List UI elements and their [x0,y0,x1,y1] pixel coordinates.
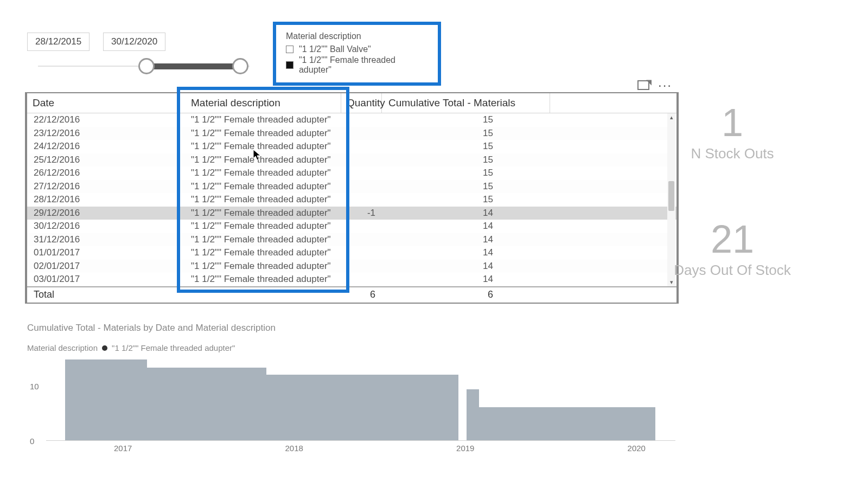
cell-cumulative: 15 [382,193,550,207]
legend-marker-icon [102,345,107,351]
slider-active-range [144,63,236,69]
cell-quantity [341,140,382,153]
cell-date: 24/12/2016 [27,140,179,153]
table-row[interactable]: 31/12/2016"1 1/2"" Female threaded adupt… [27,233,676,247]
cell-material: "1 1/2"" Female threaded adupter" [179,127,341,140]
cell-cumulative: 15 [382,153,550,167]
cell-date: 29/12/2016 [27,207,179,220]
table-total-row: Total 6 6 [27,286,676,303]
table-header-row: Date Material description Quantity Cumul… [27,93,676,113]
cell-cumulative: 15 [382,140,550,153]
cell-quantity [341,246,382,260]
checkbox-icon[interactable] [286,46,293,53]
material-description-slicer[interactable]: Material description "1 1/2"" Ball Valve… [273,22,441,86]
cell-date: 22/12/2016 [27,113,179,127]
table-row[interactable]: 28/12/2016"1 1/2"" Female threaded adupt… [27,193,676,207]
scroll-down-icon[interactable]: ▾ [667,278,675,286]
legend-field-label: Material description [27,343,98,352]
slicer-option-label: "1 1/2"" Female threaded adupter" [299,55,430,75]
cell-material: "1 1/2"" Female threaded adupter" [179,273,341,286]
cell-cumulative: 15 [382,180,550,194]
cell-date: 31/12/2016 [27,233,179,247]
cell-date: 27/12/2016 [27,180,179,194]
cell-quantity [341,260,382,273]
table-row[interactable]: 24/12/2016"1 1/2"" Female threaded adupt… [27,140,676,153]
cell-material: "1 1/2"" Female threaded adupter" [179,193,341,207]
table-row[interactable]: 03/01/2017"1 1/2"" Female threaded adupt… [27,273,676,286]
cell-material: "1 1/2"" Female threaded adupter" [179,113,341,127]
cell-cumulative: 14 [382,273,550,286]
scroll-thumb[interactable] [668,181,674,211]
cell-quantity [341,127,382,140]
table-body[interactable]: 22/12/2016"1 1/2"" Female threaded adupt… [27,113,676,286]
x-tick: 2020 [628,444,646,453]
cell-date: 01/01/2017 [27,246,179,260]
materials-table[interactable]: Date Material description Quantity Cumul… [25,92,679,304]
header-cumulative[interactable]: Cumulative Total - Materials [382,93,550,113]
cell-cumulative: 14 [382,260,550,273]
cell-quantity [341,233,382,247]
area-segment [266,375,449,441]
table-row[interactable]: 29/12/2016"1 1/2"" Female threaded adupt… [27,207,676,220]
x-tick: 2017 [114,444,132,453]
table-row[interactable]: 26/12/2016"1 1/2"" Female threaded adupt… [27,166,676,180]
cell-date: 25/12/2016 [27,153,179,167]
slicer-option-female-threaded-adapter[interactable]: "1 1/2"" Female threaded adupter" [286,55,430,75]
area-segment [449,375,458,441]
area-segment [147,368,266,441]
chart-plot-area[interactable]: 10 0 2017 2018 2019 2020 [46,357,675,441]
cell-quantity [341,193,382,207]
table-row[interactable]: 22/12/2016"1 1/2"" Female threaded adupt… [27,113,676,127]
slicer-option-ball-valve[interactable]: "1 1/2"" Ball Valve" [286,44,430,54]
cell-date: 23/12/2016 [27,127,179,140]
area-segment [479,407,655,441]
total-cumulative: 6 [382,287,550,303]
cell-material: "1 1/2"" Female threaded adupter" [179,246,341,260]
cell-cumulative: 14 [382,207,550,220]
table-row[interactable]: 02/01/2017"1 1/2"" Female threaded adupt… [27,260,676,273]
slider-handle-start[interactable] [138,58,155,74]
date-end[interactable]: 30/12/2020 [103,33,165,51]
table-row[interactable]: 01/01/2017"1 1/2"" Female threaded adupt… [27,246,676,260]
cell-material: "1 1/2"" Female threaded adupter" [179,207,341,220]
x-axis-ticks: 2017 2018 2019 2020 [114,444,646,453]
table-row[interactable]: 27/12/2016"1 1/2"" Female threaded adupt… [27,180,676,194]
cell-cumulative: 15 [382,166,550,180]
kpi-label: Days Out Of Stock [637,262,827,279]
date-start[interactable]: 28/12/2015 [27,33,90,51]
cell-date: 28/12/2016 [27,193,179,207]
cell-quantity [341,220,382,233]
cell-material: "1 1/2"" Female threaded adupter" [179,180,341,194]
date-range-slicer[interactable]: 28/12/2015 30/12/2020 [27,33,165,51]
cell-cumulative: 14 [382,246,550,260]
kpi-value: 21 [637,220,827,259]
legend-series-name: "1 1/2"" Female threaded adupter" [112,343,235,352]
area-segment [65,359,147,441]
header-material[interactable]: Material description [179,93,341,113]
y-tick: 0 [30,436,34,446]
more-options-icon[interactable]: ··· [658,82,672,88]
slider-handle-end[interactable] [232,58,248,74]
y-tick: 10 [30,382,39,391]
cell-material: "1 1/2"" Female threaded adupter" [179,166,341,180]
slicer-title: Material description [286,31,430,41]
area-segment [467,389,479,441]
checkbox-icon[interactable] [286,61,293,69]
slicer-option-label: "1 1/2"" Ball Valve" [299,44,371,54]
kpi-label: N Stock Outs [637,145,827,162]
cell-quantity: -1 [341,207,382,220]
total-label: Total [27,287,179,303]
header-quantity[interactable]: Quantity [341,93,382,113]
cell-material: "1 1/2"" Female threaded adupter" [179,153,341,167]
cell-material: "1 1/2"" Female threaded adupter" [179,260,341,273]
table-row[interactable]: 23/12/2016"1 1/2"" Female threaded adupt… [27,127,676,140]
focus-mode-icon[interactable] [637,80,649,90]
cell-cumulative: 15 [382,127,550,140]
table-row[interactable]: 25/12/2016"1 1/2"" Female threaded adupt… [27,153,676,167]
cell-quantity [341,273,382,286]
table-row[interactable]: 30/12/2016"1 1/2"" Female threaded adupt… [27,220,676,233]
header-date[interactable]: Date [27,93,179,113]
cumulative-chart[interactable]: Cumulative Total - Materials by Date and… [27,323,675,441]
cell-cumulative: 14 [382,233,550,247]
cell-material: "1 1/2"" Female threaded adupter" [179,233,341,247]
